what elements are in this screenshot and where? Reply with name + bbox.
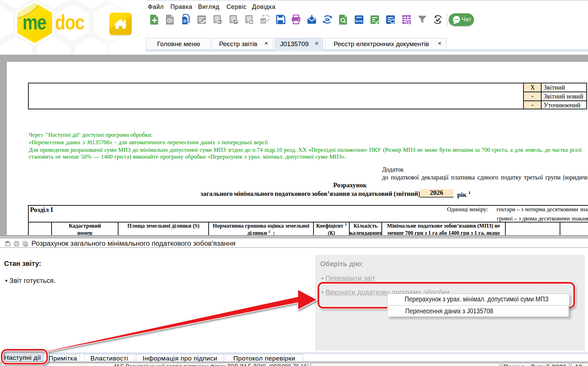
svg-text:x2: x2 <box>261 19 265 23</box>
svg-text:doc: doc <box>55 11 84 34</box>
svg-text:me: me <box>23 11 46 34</box>
svg-text:form: form <box>355 19 363 23</box>
